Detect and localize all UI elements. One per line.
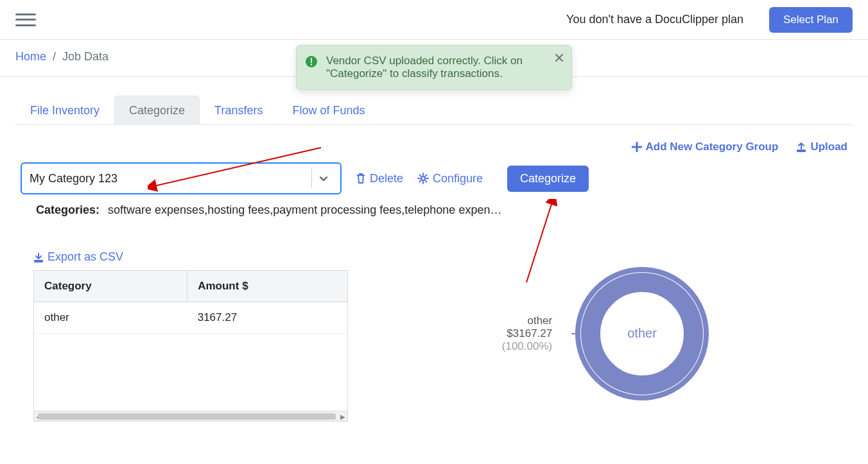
close-icon (555, 53, 564, 62)
menu-toggle-button[interactable] (15, 12, 36, 28)
export-csv-button[interactable]: Export as CSV (33, 250, 123, 264)
gear-icon (417, 173, 429, 184)
legend-name: other (502, 314, 552, 327)
configure-button[interactable]: Configure (417, 172, 483, 185)
configure-label: Configure (433, 172, 483, 185)
tab-file-inventory[interactable]: File Inventory (15, 96, 114, 125)
upload-icon (796, 142, 806, 152)
tab-bar: File Inventory Categorize Transfers Flow… (15, 95, 853, 125)
delete-label: Delete (370, 172, 403, 185)
categories-label: Categories: (36, 203, 100, 216)
category-row: My Category 123 Delete Configure Categor… (0, 157, 868, 194)
plan-status-text: You don't have a DocuClipper plan (566, 13, 743, 26)
top-bar: You don't have a DocuClipper plan Select… (0, 0, 868, 40)
success-toast: Vendor CSV uploaded correctly. Click on … (296, 45, 572, 90)
donut-chart[interactable]: other (571, 263, 713, 404)
cell-category: other (34, 302, 187, 334)
categories-text: software expenses,hosting fees,payment p… (108, 203, 501, 216)
upload-button[interactable]: Upload (796, 141, 847, 153)
chevron-down-icon (318, 173, 329, 184)
right-toolbar: Add New Category Group Upload (0, 125, 868, 157)
table-h-scrollbar[interactable]: ◀ ▶ (34, 411, 347, 421)
success-icon (306, 56, 317, 67)
donut-chart-area: other $3167.27 (100.00%) other (380, 263, 835, 404)
category-group-caret[interactable] (311, 169, 335, 188)
plus-icon (632, 142, 642, 152)
col-category[interactable]: Category (34, 271, 187, 302)
tab-categorize[interactable]: Categorize (114, 96, 200, 125)
legend-percent: (100.00%) (502, 340, 552, 353)
breadcrumb-sep: / (49, 50, 62, 63)
upload-label: Upload (810, 141, 847, 153)
download-icon (33, 252, 44, 262)
add-category-group-button[interactable]: Add New Category Group (632, 141, 779, 153)
tab-flow-of-funds[interactable]: Flow of Funds (277, 96, 379, 125)
breadcrumb-current: Job Data (62, 50, 108, 63)
category-group-select[interactable]: My Category 123 (21, 162, 342, 194)
table-row[interactable]: other 3167.27 (34, 302, 347, 334)
category-group-value: My Category 123 (30, 172, 117, 185)
chart-legend: other $3167.27 (100.00%) (502, 314, 552, 353)
trash-icon (356, 173, 366, 184)
categories-summary: Categories: software expenses,hosting fe… (0, 194, 868, 217)
breadcrumb-home[interactable]: Home (15, 50, 46, 63)
toast-close-button[interactable] (555, 53, 564, 62)
toast-message: Vendor CSV uploaded correctly. Click on … (326, 55, 523, 80)
select-plan-button[interactable]: Select Plan (769, 7, 853, 33)
add-group-label: Add New Category Group (646, 141, 779, 153)
legend-amount: $3167.27 (502, 327, 552, 340)
category-table: Category Amount $ other 3167.27 ◀ ▶ (33, 270, 348, 422)
svg-rect-0 (797, 150, 805, 151)
delete-button[interactable]: Delete (356, 172, 403, 185)
donut-center-label: other (627, 326, 657, 340)
export-csv-label: Export as CSV (48, 250, 123, 264)
categorize-button[interactable]: Categorize (507, 166, 589, 192)
cell-amount: 3167.27 (187, 302, 347, 334)
col-amount[interactable]: Amount $ (187, 271, 347, 302)
svg-rect-2 (35, 261, 42, 262)
tab-transfers[interactable]: Transfers (200, 96, 277, 125)
svg-point-1 (421, 176, 425, 180)
